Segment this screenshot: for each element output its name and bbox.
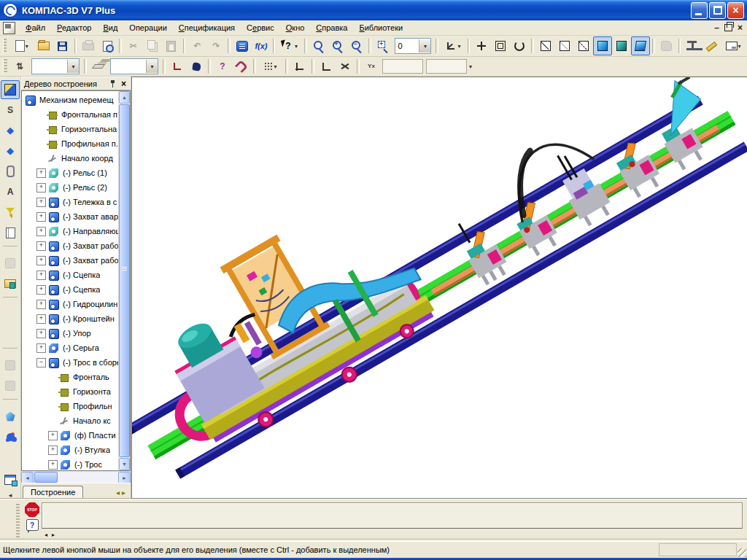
- shaded-button[interactable]: [593, 36, 612, 55]
- dropdown-icon[interactable]: ▾: [295, 43, 298, 50]
- expand-icon[interactable]: +: [36, 314, 46, 324]
- menu-specification[interactable]: Спецификация: [173, 22, 241, 34]
- sketch-pencil-button[interactable]: [702, 36, 721, 55]
- save-document-button[interactable]: [53, 36, 72, 55]
- zoom-frame-button[interactable]: [491, 36, 510, 55]
- menu-editor[interactable]: Редактор: [51, 22, 97, 34]
- tree-item[interactable]: +(-) Трос: [22, 457, 118, 470]
- scroll-up-button[interactable]: ▲: [119, 91, 130, 104]
- tree-item[interactable]: +(-) Тележка в с: [22, 195, 118, 209]
- expand-icon[interactable]: +: [36, 329, 46, 338]
- measurements-button[interactable]: A: [1, 182, 20, 201]
- cut-button[interactable]: ✂: [124, 36, 143, 55]
- properties-panel-button[interactable]: ▾: [721, 36, 746, 55]
- edit-part-button[interactable]: [1, 80, 20, 99]
- menu-file[interactable]: Файл: [20, 22, 51, 34]
- expand-icon[interactable]: +: [36, 285, 46, 295]
- tree-item[interactable]: +(-) Сцепка: [22, 282, 118, 297]
- attachments-button[interactable]: [1, 162, 20, 181]
- tree-item[interactable]: +(-) Захват рабо: [22, 253, 118, 268]
- tree-item[interactable]: +(-) Упор: [22, 326, 118, 341]
- expand-icon[interactable]: +: [36, 183, 46, 192]
- dropdown-icon[interactable]: ▾: [67, 60, 79, 73]
- expand-icon[interactable]: +: [36, 227, 46, 236]
- message-prev-icon[interactable]: ◂: [44, 532, 47, 538]
- solid-body-button[interactable]: [187, 57, 206, 76]
- tree-item[interactable]: +(-) Гидроцилин: [22, 297, 118, 311]
- dropdown-icon[interactable]: ▾: [738, 43, 741, 50]
- menu-help[interactable]: Справка: [310, 22, 353, 34]
- hidden-thin-button[interactable]: [574, 36, 593, 55]
- local-cs-button[interactable]: [168, 57, 187, 76]
- menu-libraries[interactable]: Библиотеки: [354, 22, 409, 34]
- grid-button[interactable]: ▾: [258, 57, 283, 76]
- filters-button[interactable]: [1, 203, 20, 222]
- resize-grip[interactable]: [738, 548, 746, 557]
- dropdown-icon[interactable]: ▾: [274, 63, 276, 70]
- library-button[interactable]: [1, 274, 20, 293]
- tree-item[interactable]: +(-) Втулка: [22, 443, 118, 457]
- zoom-scale-combo[interactable]: 0▾: [395, 38, 432, 54]
- tree-item[interactable]: Профильн: [22, 399, 118, 413]
- dropdown-icon[interactable]: ▾: [457, 43, 460, 50]
- unload-button[interactable]: [657, 36, 676, 55]
- dropdown-icon[interactable]: ▾: [419, 39, 430, 52]
- mdi-close-button[interactable]: ×: [738, 23, 743, 32]
- menu-service[interactable]: Сервис: [241, 22, 280, 34]
- snap-points-button[interactable]: [336, 57, 355, 76]
- scroll-down-button[interactable]: ▼: [119, 458, 130, 470]
- pin-icon[interactable]: [109, 79, 117, 88]
- expand-icon[interactable]: +: [36, 271, 46, 280]
- tree-item[interactable]: Профильная п.: [22, 136, 118, 151]
- zoom-area-button[interactable]: +: [374, 36, 392, 55]
- expand-icon[interactable]: +: [48, 460, 58, 470]
- perspective-button[interactable]: [631, 36, 650, 55]
- zoom-pointer-button[interactable]: [309, 36, 328, 55]
- minimize-button[interactable]: [691, 2, 708, 19]
- expand-icon[interactable]: +: [36, 198, 46, 207]
- mdi-restore-button[interactable]: [724, 24, 732, 31]
- tree-item[interactable]: +(-) Сцепка: [22, 268, 118, 282]
- wireframe-button[interactable]: [536, 36, 555, 55]
- fx-button[interactable]: f(x): [252, 36, 271, 55]
- tree-item[interactable]: +(-) Захват авар: [22, 209, 118, 224]
- expand-icon[interactable]: +: [48, 446, 58, 455]
- pan-button[interactable]: [472, 36, 491, 55]
- wireframe-hidden-button[interactable]: [555, 36, 574, 55]
- dropdown-icon[interactable]: ▾: [26, 43, 28, 50]
- tab-construction[interactable]: Построение: [23, 486, 83, 499]
- surfaces-button[interactable]: ◆: [1, 121, 20, 140]
- menu-view[interactable]: Вид: [97, 22, 123, 34]
- tree-vertical-scrollbar[interactable]: ▲ ▼: [118, 91, 130, 470]
- orientation-button[interactable]: ▾: [441, 36, 465, 55]
- component-b-button[interactable]: [1, 376, 20, 395]
- expand-icon[interactable]: +: [36, 241, 46, 251]
- document-system-icon[interactable]: [3, 22, 15, 34]
- tree-item[interactable]: +(-) Кронштейн: [22, 311, 118, 326]
- print-preview-button[interactable]: [98, 36, 117, 55]
- tree-item[interactable]: +(-) Рельс (2): [22, 180, 118, 195]
- tree-horizontal-scrollbar[interactable]: ◄ ►: [21, 471, 131, 483]
- collapse-panel-icon[interactable]: ◂: [9, 491, 12, 499]
- message-next-icon[interactable]: ▸: [52, 532, 55, 538]
- snap-query-button[interactable]: ?: [213, 57, 232, 76]
- tree-item[interactable]: Фронталь: [22, 370, 118, 384]
- close-button[interactable]: ×: [727, 2, 744, 19]
- component-a-button[interactable]: [1, 356, 20, 375]
- print-button[interactable]: [79, 36, 98, 55]
- tree-item[interactable]: +(-) Захват рабо: [22, 238, 118, 253]
- zoom-out-button[interactable]: −: [347, 36, 366, 55]
- tree-item[interactable]: Горизонта: [22, 384, 118, 399]
- stop-icon[interactable]: STOP: [25, 502, 39, 517]
- mdi-minimize-button[interactable]: –: [714, 23, 719, 32]
- tree-item[interactable]: −(-) Трос в сборе: [22, 355, 118, 370]
- tree-item[interactable]: +(-) Серьга: [22, 341, 118, 355]
- corner-button[interactable]: [317, 57, 336, 76]
- dropdown-icon[interactable]: ▾: [146, 60, 158, 73]
- sketch-button[interactable]: [1, 254, 20, 273]
- new-document-button[interactable]: ▾: [9, 36, 34, 55]
- open-document-button[interactable]: [34, 36, 53, 55]
- layers-button[interactable]: [89, 57, 108, 76]
- expand-icon[interactable]: +: [36, 300, 46, 309]
- collections-button[interactable]: [1, 427, 20, 446]
